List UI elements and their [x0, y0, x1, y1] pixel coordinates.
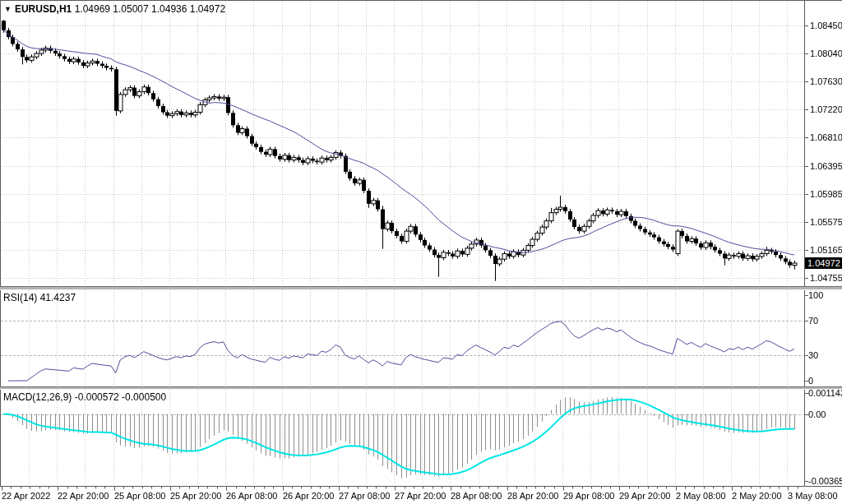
price-tick-label: 1.08450 — [810, 21, 842, 30]
time-tick-label: 25 Apr 08:00 — [114, 491, 165, 501]
time-tick-label: 28 Apr 08:00 — [451, 491, 502, 501]
time-tick-label: 26 Apr 20:00 — [283, 491, 334, 501]
macd-tick-label: 0.00 — [808, 409, 826, 419]
symbol-period-label: EURUSD,H1 — [15, 3, 72, 15]
macd-tick-label: -0.003656 — [808, 476, 842, 486]
time-tick-label: 25 Apr 20:00 — [170, 491, 221, 501]
time-tick-label: 2 May 08:00 — [676, 491, 726, 501]
price-tick-label: 1.05575 — [810, 217, 842, 227]
price-tick-label: 1.06395 — [810, 161, 842, 171]
price-tick-label: 1.08040 — [810, 49, 842, 58]
time-tick-label: 22 Apr 2022 — [2, 491, 50, 501]
price-tick-label: 1.05165 — [810, 245, 842, 255]
price-tick-label: 1.07220 — [810, 104, 842, 114]
price-tick-label: 1.04755 — [810, 273, 842, 283]
price-tick-label: 1.07630 — [810, 76, 842, 86]
rsi-tick-label: 0 — [808, 376, 813, 386]
price-tick-label: 1.05985 — [810, 189, 842, 199]
time-tick-label: 27 Apr 20:00 — [395, 491, 446, 501]
symbol-dropdown-icon[interactable]: ▼ — [4, 5, 12, 13]
rsi-value: 41.4237 — [40, 292, 76, 303]
time-tick-label: 22 Apr 20:00 — [58, 491, 109, 501]
rsi-indicator-label: RSI(14) 41.4237 — [3, 292, 76, 303]
panel-separator[interactable] — [0, 286, 842, 290]
trading-chart-window: ▼EURUSD,H1 1.04969 1.05007 1.04936 1.049… — [0, 0, 842, 504]
rsi-tick-label: 30 — [808, 350, 818, 360]
rsi-tick-label: 100 — [808, 290, 823, 300]
time-tick-label: 29 Apr 08:00 — [563, 491, 614, 501]
panel-separator[interactable] — [0, 386, 842, 390]
time-tick-label: 29 Apr 20:00 — [619, 491, 670, 501]
macd-values: -0.000572 -0.000500 — [75, 391, 166, 403]
current-price-tag: 1.04972 — [805, 257, 842, 269]
rsi-tick-label: 70 — [808, 316, 818, 326]
time-tick-label: 28 Apr 20:00 — [507, 491, 558, 501]
time-tick-label: 26 Apr 08:00 — [226, 491, 277, 501]
macd-tick-label: 0.001143 — [808, 388, 842, 398]
chart-canvas[interactable] — [0, 0, 842, 504]
macd-indicator-label: MACD(12,26,9) -0.000572 -0.000500 — [3, 391, 166, 403]
time-tick-label: 3 May 08:00 — [788, 491, 838, 501]
ohlc-values-label: 1.04969 1.05007 1.04936 1.04972 — [75, 3, 226, 15]
time-tick-label: 2 May 20:00 — [732, 491, 782, 501]
chart-title: ▼EURUSD,H1 1.04969 1.05007 1.04936 1.049… — [4, 3, 225, 15]
price-tick-label: 1.06810 — [810, 132, 842, 142]
time-tick-label: 27 Apr 08:00 — [339, 491, 390, 501]
